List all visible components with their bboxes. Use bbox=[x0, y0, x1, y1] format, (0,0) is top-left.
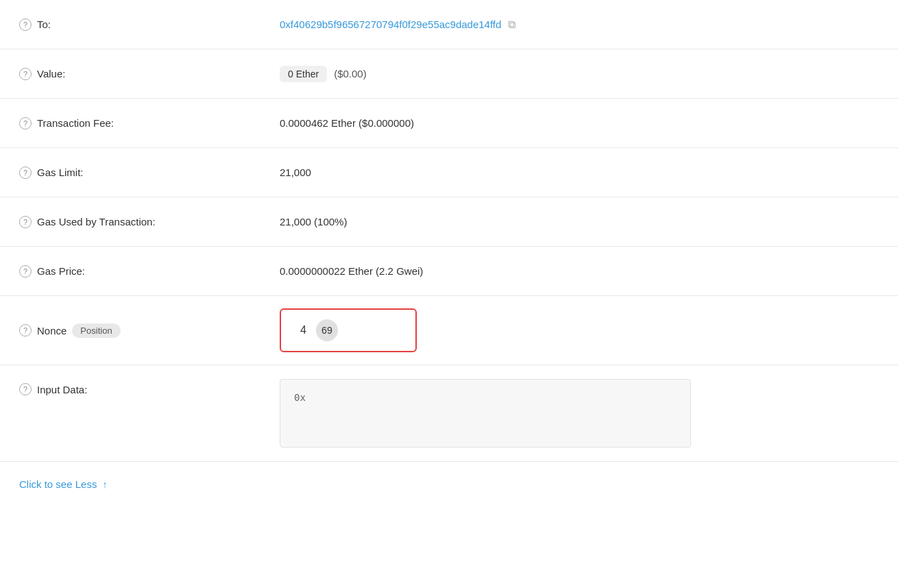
to-row: ? To: 0xf40629b5f96567270794f0f29e55ac9d… bbox=[0, 0, 898, 49]
nonce-number: 4 bbox=[300, 324, 306, 336]
gas-limit-help-icon[interactable]: ? bbox=[19, 167, 32, 179]
input-data-label-text: Input Data: bbox=[37, 384, 87, 395]
gas-price-label: ? Gas Price: bbox=[19, 265, 280, 278]
gas-used-help-icon[interactable]: ? bbox=[19, 216, 32, 228]
input-data-box: 0x bbox=[280, 379, 691, 448]
to-value: 0xf40629b5f96567270794f0f29e55ac9dade14f… bbox=[280, 19, 879, 31]
gas-price-label-text: Gas Price: bbox=[37, 265, 85, 277]
input-data-text: 0x bbox=[294, 392, 306, 403]
gas-used-label: ? Gas Used by Transaction: bbox=[19, 216, 280, 228]
footer: Click to see Less ↑ bbox=[0, 462, 898, 506]
nonce-highlight-box: 4 69 bbox=[280, 308, 417, 352]
to-label-text: To: bbox=[37, 19, 51, 30]
gas-limit-value: 21,000 bbox=[280, 167, 879, 178]
nonce-help-icon[interactable]: ? bbox=[19, 324, 32, 336]
nonce-value-container: 4 69 bbox=[280, 308, 879, 352]
gas-limit-label: ? Gas Limit: bbox=[19, 167, 280, 179]
value-label-text: Value: bbox=[37, 68, 65, 79]
gas-price-help-icon[interactable]: ? bbox=[19, 265, 32, 278]
gas-used-text: 21,000 (100%) bbox=[280, 216, 347, 228]
input-data-value: 0x bbox=[280, 379, 879, 448]
nonce-label-text: Nonce bbox=[37, 325, 66, 336]
to-address-link[interactable]: 0xf40629b5f96567270794f0f29e55ac9dade14f… bbox=[280, 19, 501, 30]
gas-limit-row: ? Gas Limit: 21,000 bbox=[0, 148, 898, 197]
input-data-help-icon[interactable]: ? bbox=[19, 383, 32, 395]
transaction-fee-text: 0.0000462 Ether ($0.000000) bbox=[280, 117, 414, 129]
gas-price-row: ? Gas Price: 0.0000000022 Ether (2.2 Gwe… bbox=[0, 247, 898, 296]
ether-badge: 0 Ether bbox=[280, 66, 327, 82]
arrow-up-icon: ↑ bbox=[102, 479, 107, 490]
gas-price-text: 0.0000000022 Ether (2.2 Gwei) bbox=[280, 265, 423, 277]
transaction-fee-help-icon[interactable]: ? bbox=[19, 117, 32, 130]
input-data-label: ? Input Data: bbox=[19, 379, 280, 395]
nonce-position-value: 69 bbox=[316, 319, 338, 341]
nonce-position-badge[interactable]: Position bbox=[72, 323, 120, 338]
gas-used-row: ? Gas Used by Transaction: 21,000 (100%) bbox=[0, 197, 898, 247]
value-usd: ($0.00) bbox=[334, 68, 367, 79]
value-row: ? Value: 0 Ether ($0.00) bbox=[0, 49, 898, 99]
value-value: 0 Ether ($0.00) bbox=[280, 66, 879, 82]
copy-address-icon[interactable]: ⧉ bbox=[508, 19, 515, 31]
value-label: ? Value: bbox=[19, 68, 280, 80]
nonce-label: ? Nonce Position bbox=[19, 323, 280, 338]
gas-limit-label-text: Gas Limit: bbox=[37, 167, 84, 178]
value-help-icon[interactable]: ? bbox=[19, 68, 32, 80]
transaction-details: ? To: 0xf40629b5f96567270794f0f29e55ac9d… bbox=[0, 0, 898, 588]
gas-used-value: 21,000 (100%) bbox=[280, 216, 879, 228]
transaction-fee-row: ? Transaction Fee: 0.0000462 Ether ($0.0… bbox=[0, 99, 898, 148]
gas-limit-text: 21,000 bbox=[280, 167, 311, 178]
transaction-fee-value: 0.0000462 Ether ($0.000000) bbox=[280, 117, 879, 129]
transaction-fee-label: ? Transaction Fee: bbox=[19, 117, 280, 130]
input-data-row: ? Input Data: 0x bbox=[0, 365, 898, 462]
to-label: ? To: bbox=[19, 19, 280, 31]
gas-price-value: 0.0000000022 Ether (2.2 Gwei) bbox=[280, 265, 879, 277]
see-less-link[interactable]: Click to see Less bbox=[19, 478, 97, 490]
nonce-row: ? Nonce Position 4 69 bbox=[0, 296, 898, 365]
transaction-fee-label-text: Transaction Fee: bbox=[37, 117, 114, 129]
to-help-icon[interactable]: ? bbox=[19, 19, 32, 31]
gas-used-label-text: Gas Used by Transaction: bbox=[37, 216, 156, 228]
